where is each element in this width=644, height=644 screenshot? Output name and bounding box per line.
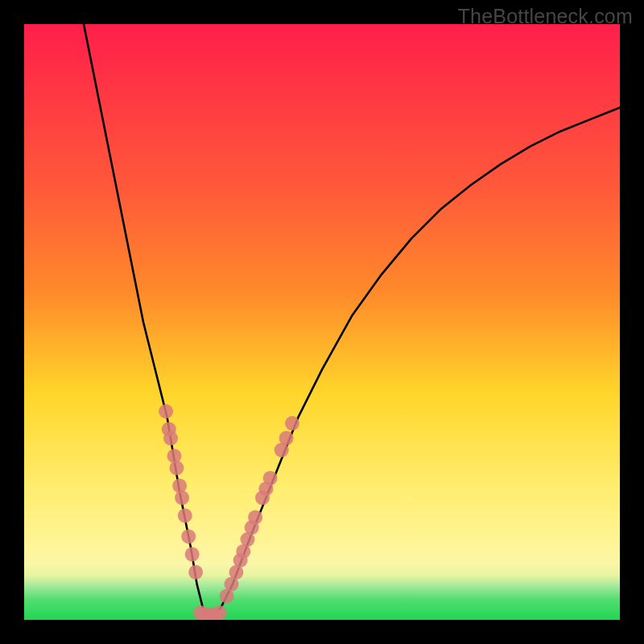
data-marker <box>213 605 227 620</box>
watermark-text: TheBottleneck.com <box>458 5 633 28</box>
data-marker <box>279 431 294 445</box>
data-marker <box>178 509 192 523</box>
data-marker <box>188 565 203 580</box>
data-marker <box>163 431 178 445</box>
data-marker <box>172 479 187 493</box>
data-marker <box>248 510 262 525</box>
data-marker <box>175 490 189 505</box>
data-marker <box>181 529 196 543</box>
gradient-background <box>24 24 620 620</box>
data-marker <box>169 460 184 475</box>
data-marker <box>285 416 299 431</box>
data-marker <box>159 404 173 419</box>
data-marker <box>185 547 200 562</box>
chart-frame: TheBottleneck.com <box>0 0 644 644</box>
plot-svg <box>24 24 620 620</box>
plot-area <box>24 24 620 620</box>
data-marker <box>167 449 181 464</box>
data-marker <box>263 471 278 485</box>
